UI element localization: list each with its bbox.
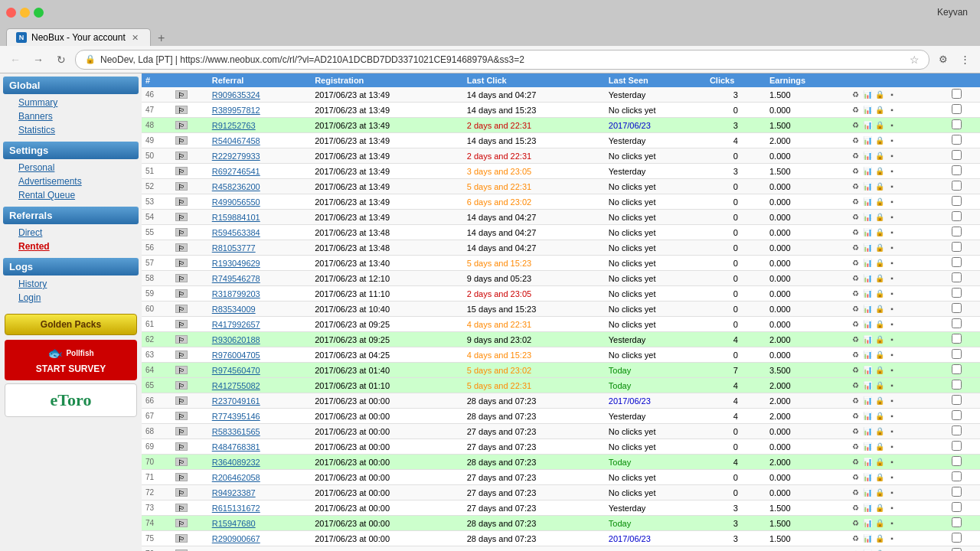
lock-icon[interactable]: 🔒: [874, 350, 885, 360]
more-icon[interactable]: ▪: [887, 135, 897, 146]
cell-checkbox[interactable]: [948, 118, 980, 133]
recycle-icon[interactable]: ♻: [850, 273, 861, 284]
recycle-icon[interactable]: ♻: [850, 289, 861, 299]
more-icon[interactable]: ▪: [887, 151, 897, 161]
row-checkbox[interactable]: [952, 181, 962, 191]
cell-referral[interactable]: R930620188: [208, 332, 311, 347]
row-checkbox[interactable]: [952, 227, 962, 236]
lock-icon[interactable]: 🔒: [874, 518, 885, 529]
cell-referral[interactable]: R540467458: [208, 133, 311, 148]
more-icon[interactable]: ▪: [887, 227, 897, 238]
more-icon[interactable]: ▪: [887, 487, 897, 498]
recycle-icon[interactable]: ♻: [850, 304, 861, 315]
lock-icon[interactable]: 🔒: [874, 289, 885, 299]
row-checkbox[interactable]: [952, 165, 962, 175]
cell-referral[interactable]: R15947680: [208, 516, 311, 531]
recycle-icon[interactable]: ♻: [850, 227, 861, 238]
lock-icon[interactable]: 🔒: [874, 380, 885, 391]
recycle-icon[interactable]: ♻: [850, 334, 861, 345]
lock-icon[interactable]: 🔒: [874, 90, 885, 100]
row-checkbox[interactable]: [952, 349, 962, 359]
more-icon[interactable]: ▪: [887, 289, 897, 299]
minimize-button[interactable]: [20, 8, 30, 18]
back-button[interactable]: ←: [6, 51, 24, 69]
etoro-banner[interactable]: eToro: [5, 383, 137, 417]
more-icon[interactable]: ▪: [887, 365, 897, 376]
more-icon[interactable]: ▪: [887, 181, 897, 192]
recycle-icon[interactable]: ♻: [850, 258, 861, 269]
sidebar-item-banners[interactable]: Banners: [3, 109, 139, 123]
cell-checkbox[interactable]: [948, 133, 980, 148]
sidebar-item-history[interactable]: History: [3, 277, 139, 291]
recycle-icon[interactable]: ♻: [850, 120, 861, 131]
cell-referral[interactable]: R615131672: [208, 500, 311, 516]
recycle-icon[interactable]: ♻: [850, 411, 861, 422]
sidebar-referrals-header[interactable]: Referrals: [3, 207, 139, 224]
cell-checkbox[interactable]: [948, 271, 980, 286]
lock-icon[interactable]: 🔒: [874, 442, 885, 452]
cell-referral[interactable]: R91252763: [208, 118, 311, 133]
row-checkbox[interactable]: [952, 364, 962, 374]
more-icon[interactable]: ▪: [887, 90, 897, 100]
more-icon[interactable]: ▪: [887, 442, 897, 452]
cell-referral[interactable]: R290900667: [208, 531, 311, 546]
cell-checkbox[interactable]: [948, 332, 980, 347]
recycle-icon[interactable]: ♻: [850, 319, 861, 330]
more-icon[interactable]: ▪: [887, 166, 897, 177]
recycle-icon[interactable]: ♻: [850, 243, 861, 253]
recycle-icon[interactable]: ♻: [850, 166, 861, 177]
recycle-icon[interactable]: ♻: [850, 457, 861, 468]
recycle-icon[interactable]: ♻: [850, 90, 861, 100]
lock-icon[interactable]: 🔒: [874, 166, 885, 177]
cell-checkbox[interactable]: [948, 87, 980, 103]
stats-icon[interactable]: 📊: [862, 442, 873, 452]
row-checkbox[interactable]: [952, 334, 962, 344]
cell-referral[interactable]: R318799203: [208, 286, 311, 302]
sidebar-item-direct[interactable]: Direct: [3, 226, 139, 240]
stats-icon[interactable]: 📊: [862, 273, 873, 284]
row-checkbox[interactable]: [952, 150, 962, 160]
stats-icon[interactable]: 📊: [862, 166, 873, 177]
cell-checkbox[interactable]: [948, 179, 980, 194]
cell-referral[interactable]: R364089232: [208, 455, 311, 470]
cell-referral[interactable]: R909635324: [208, 87, 311, 103]
more-icon[interactable]: ▪: [887, 304, 897, 315]
cell-referral[interactable]: R749546278: [208, 271, 311, 286]
stats-icon[interactable]: 📊: [862, 120, 873, 131]
lock-icon[interactable]: 🔒: [874, 227, 885, 238]
recycle-icon[interactable]: ♻: [850, 365, 861, 376]
more-icon[interactable]: ▪: [887, 426, 897, 437]
lock-icon[interactable]: 🔒: [874, 411, 885, 422]
cell-referral[interactable]: R237049161: [208, 393, 311, 409]
row-checkbox[interactable]: [952, 456, 962, 466]
lock-icon[interactable]: 🔒: [874, 503, 885, 514]
cell-referral[interactable]: R974560470: [208, 363, 311, 378]
lock-icon[interactable]: 🔒: [874, 197, 885, 207]
lock-icon[interactable]: 🔒: [874, 319, 885, 330]
cell-referral[interactable]: R83534009: [208, 302, 311, 317]
lock-icon[interactable]: 🔒: [874, 334, 885, 345]
sidebar-logs-header[interactable]: Logs: [3, 258, 139, 276]
cell-referral[interactable]: R484768381: [208, 439, 311, 455]
more-icon[interactable]: ▪: [887, 518, 897, 529]
recycle-icon[interactable]: ♻: [850, 503, 861, 514]
cell-checkbox[interactable]: [948, 531, 980, 546]
cell-checkbox[interactable]: [948, 424, 980, 439]
cell-checkbox[interactable]: [948, 164, 980, 179]
stats-icon[interactable]: 📊: [862, 304, 873, 315]
sidebar-item-rental-queue[interactable]: Rental Queue: [3, 188, 139, 202]
recycle-icon[interactable]: ♻: [850, 197, 861, 207]
row-checkbox[interactable]: [952, 119, 962, 129]
lock-icon[interactable]: 🔒: [874, 212, 885, 223]
cell-checkbox[interactable]: [948, 455, 980, 470]
lock-icon[interactable]: 🔒: [874, 365, 885, 376]
sidebar-item-summary[interactable]: Summary: [3, 96, 139, 109]
lock-icon[interactable]: 🔒: [874, 243, 885, 253]
row-checkbox[interactable]: [952, 533, 962, 543]
url-bar[interactable]: 🔒 NeoDev, Lda [PT] | https://www.neobux.…: [75, 50, 929, 70]
stats-icon[interactable]: 📊: [862, 334, 873, 345]
more-icon[interactable]: ▪: [887, 396, 897, 406]
row-checkbox[interactable]: [952, 395, 962, 405]
recycle-icon[interactable]: ♻: [850, 518, 861, 529]
cell-referral[interactable]: R211203264: [208, 546, 311, 552]
